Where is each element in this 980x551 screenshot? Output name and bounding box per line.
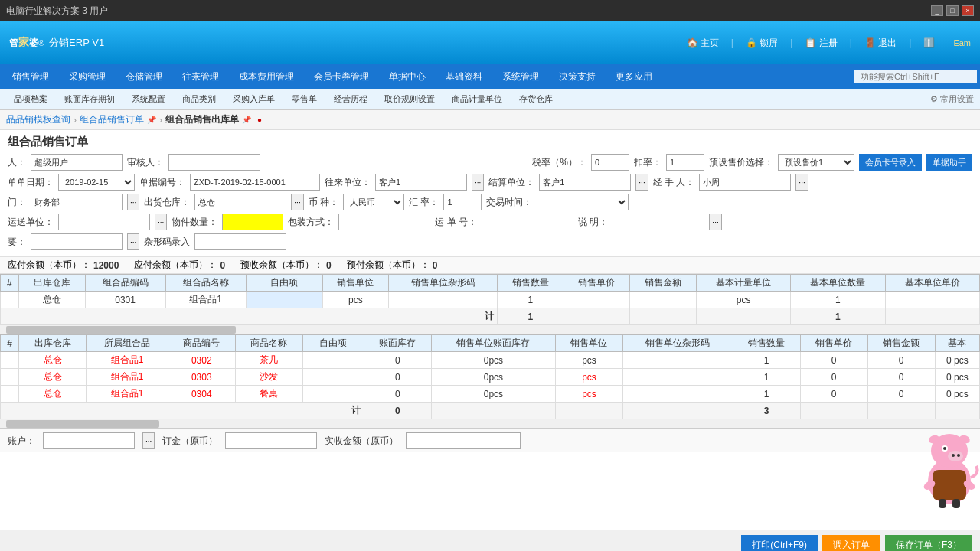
ship-unit-input[interactable] <box>58 214 150 230</box>
require-btn[interactable]: ··· <box>127 233 139 250</box>
nav-member[interactable]: 会员卡券管理 <box>305 67 378 86</box>
subnav-history[interactable]: 经营历程 <box>326 92 375 106</box>
function-search-input[interactable] <box>854 70 977 83</box>
reviewer-input[interactable] <box>168 154 260 171</box>
nav-voucher[interactable]: 单据中心 <box>380 67 435 86</box>
to-unit-btn[interactable]: ··· <box>472 174 484 191</box>
pack-input[interactable] <box>338 214 430 230</box>
help-btn[interactable]: 单据助手 <box>926 154 972 171</box>
th-num: # <box>1 275 19 292</box>
import-btn[interactable]: 调入订单 <box>822 535 880 551</box>
nav-data[interactable]: 基础资料 <box>436 67 492 86</box>
order-num-input[interactable] <box>190 174 320 191</box>
nav-system[interactable]: 系统管理 <box>493 67 548 86</box>
item-count-input[interactable] <box>222 214 283 230</box>
handler-input[interactable] <box>699 174 791 191</box>
home-link[interactable]: 🏠 主页 <box>687 37 719 50</box>
bth-unit-code: 销售单位杂形码 <box>623 335 733 352</box>
print-btn[interactable]: 打印(Ctrl+F9) <box>741 535 818 551</box>
nav-decision[interactable]: 决策支持 <box>550 67 605 86</box>
bottom-row-2: 总仓 组合品1 0303 沙发 0 0pcs pcs 1 0 0 0 pcs <box>1 369 980 386</box>
remark-input[interactable] <box>612 214 704 230</box>
nav-warehouse[interactable]: 仓储管理 <box>116 67 172 86</box>
bth-code: 商品编号 <box>168 335 235 352</box>
bottom-scroll-row[interactable] <box>0 419 980 429</box>
handler-btn[interactable]: ··· <box>795 174 808 191</box>
price-select-label: 预设售价选择： <box>709 156 773 169</box>
register-link[interactable]: 📋 注册 <box>805 37 837 50</box>
exit-link[interactable]: 🚪 退出 <box>864 37 897 50</box>
warehouse-input[interactable] <box>194 194 286 210</box>
remark-btn[interactable]: ··· <box>709 214 721 230</box>
person-input[interactable] <box>31 154 122 171</box>
form-row-5: 要： ··· 杂形码录入 <box>8 233 972 250</box>
ship-num-input[interactable] <box>482 214 573 230</box>
warehouse-btn[interactable]: ··· <box>291 194 303 210</box>
require-input[interactable] <box>31 233 122 250</box>
th-sale-unit: 销售单位 <box>322 275 389 292</box>
subnav-product[interactable]: 品项档案 <box>6 92 55 106</box>
subnav-category[interactable]: 商品类别 <box>175 92 224 106</box>
bottom-scrollbar[interactable] <box>6 420 159 428</box>
window-controls[interactable]: _ □ × <box>931 5 974 16</box>
to-unit-input[interactable] <box>375 174 467 191</box>
top-scrollbar[interactable] <box>6 326 236 334</box>
subnav-retail[interactable]: 零售单 <box>284 92 325 106</box>
close-btn[interactable]: × <box>962 5 974 16</box>
subnav-stock-init[interactable]: 账面库存期初 <box>57 92 122 106</box>
breadcrumb-sales-order[interactable]: 组合品销售订单 <box>80 113 144 126</box>
settlement-btn[interactable]: ··· <box>635 174 648 191</box>
info-link[interactable]: ℹ️ <box>923 37 935 48</box>
subnav-price-rules[interactable]: 取价规则设置 <box>377 92 443 106</box>
barcode-input[interactable] <box>194 233 286 250</box>
subnav-unit[interactable]: 商品计量单位 <box>444 92 510 106</box>
discount-input[interactable] <box>666 154 704 171</box>
date-select[interactable]: 2019-02-15 <box>58 174 135 191</box>
save-btn[interactable]: 保存订单（F3） <box>885 535 972 551</box>
exchange-input[interactable] <box>443 194 482 210</box>
dept-btn[interactable]: ··· <box>127 194 139 210</box>
product-name: 分销ERP V1 <box>49 36 104 50</box>
barcode-label: 杂形码录入 <box>144 236 190 249</box>
settings-icon[interactable]: ⚙ 常用设置 <box>930 93 974 105</box>
nav-more[interactable]: 更多应用 <box>606 67 662 86</box>
dept-input[interactable] <box>31 194 122 210</box>
minimize-btn[interactable]: _ <box>931 5 943 16</box>
maximize-btn[interactable]: □ <box>946 5 959 16</box>
breadcrumb-pin2[interactable]: 📌 <box>242 116 251 124</box>
currency-select[interactable]: 人民币 <box>343 194 404 210</box>
form-row-1: 人： 审核人： 税率（%）： 扣率： 预设售价选择： 预设售价1 会员卡号录入 … <box>8 154 972 171</box>
reviewer-label: 审核人： <box>127 156 164 169</box>
top-scroll-row[interactable] <box>0 325 980 334</box>
lock-link[interactable]: 🔒 锁屏 <box>746 37 778 50</box>
logo-text: 管家婆® <box>9 36 44 50</box>
subnav-config[interactable]: 系统配置 <box>124 92 173 106</box>
breadcrumb-close[interactable]: ● <box>257 116 262 124</box>
actual-amount-input[interactable] <box>406 432 521 449</box>
account-btn[interactable]: ··· <box>142 432 155 449</box>
action-buttons: 打印(Ctrl+F9) 调入订单 保存订单（F3） <box>0 530 980 551</box>
nav-cost[interactable]: 成本费用管理 <box>230 67 303 86</box>
title-bar: 电脑行业解决方案 3 用户 _ □ × <box>0 0 980 21</box>
app-header: 管家婆® 分销ERP V1 🏠 主页 | 🔒 锁屏 | 📋 注册 | 🚪 退出 … <box>0 21 980 64</box>
account-input[interactable] <box>43 432 135 449</box>
settlement-input[interactable] <box>539 174 631 191</box>
subnav-warehouse[interactable]: 存货仓库 <box>511 92 560 106</box>
bth-price: 销售单价 <box>800 335 867 352</box>
tax-input[interactable] <box>591 154 629 171</box>
form-row-3: 门： ··· 出货仓库： ··· 币 种： 人民币 汇 率： 交易时间： <box>8 194 972 210</box>
nav-dealings[interactable]: 往来管理 <box>173 67 228 86</box>
nav-search-area <box>854 70 977 83</box>
breadcrumb-pin1[interactable]: 📌 <box>147 116 156 124</box>
subnav-purchase-in[interactable]: 采购入库单 <box>225 92 283 106</box>
ship-unit-btn[interactable]: ··· <box>155 214 167 230</box>
nav-sales[interactable]: 销售管理 <box>3 67 58 86</box>
th-sale-amount: 销售金额 <box>630 275 697 292</box>
member-card-btn[interactable]: 会员卡号录入 <box>859 154 922 171</box>
order-amount-input[interactable] <box>225 432 317 449</box>
nav-purchase[interactable]: 采购管理 <box>60 67 115 86</box>
trade-time-select[interactable] <box>537 194 629 210</box>
credit-label: 应付余额（本币）： <box>134 259 217 272</box>
price-select[interactable]: 预设售价1 <box>778 154 854 171</box>
breadcrumb-template[interactable]: 品品销模板查询 <box>6 113 70 126</box>
